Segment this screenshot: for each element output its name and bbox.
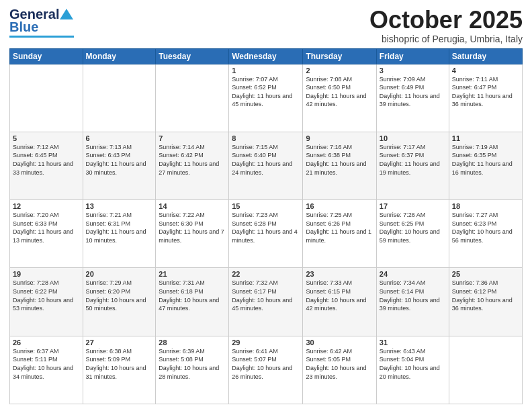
calendar-cell: 14Sunrise: 7:22 AM Sunset: 6:30 PM Dayli… <box>156 200 229 268</box>
day-number: 25 <box>452 270 519 278</box>
day-number: 22 <box>232 270 300 278</box>
day-info: Sunrise: 7:19 AM Sunset: 6:35 PM Dayligh… <box>452 143 519 177</box>
day-number: 23 <box>306 270 373 278</box>
calendar-cell: 31Sunrise: 6:43 AM Sunset: 5:04 PM Dayli… <box>376 336 449 404</box>
calendar-cell: 10Sunrise: 7:17 AM Sunset: 6:37 PM Dayli… <box>376 132 449 199</box>
day-number: 12 <box>13 202 80 210</box>
day-info: Sunrise: 6:39 AM Sunset: 5:08 PM Dayligh… <box>159 347 226 381</box>
day-info: Sunrise: 7:14 AM Sunset: 6:42 PM Dayligh… <box>159 143 226 177</box>
day-number: 28 <box>159 338 226 347</box>
calendar-week-3: 19Sunrise: 7:28 AM Sunset: 6:22 PM Dayli… <box>10 268 523 336</box>
day-info: Sunrise: 7:16 AM Sunset: 6:38 PM Dayligh… <box>306 143 373 177</box>
col-monday: Monday <box>83 48 156 64</box>
day-number: 10 <box>380 134 446 142</box>
day-number: 3 <box>380 66 446 75</box>
calendar-cell <box>83 64 156 132</box>
calendar-cell: 20Sunrise: 7:29 AM Sunset: 6:20 PM Dayli… <box>83 268 156 336</box>
day-info: Sunrise: 7:07 AM Sunset: 6:52 PM Dayligh… <box>232 75 300 109</box>
calendar-cell: 13Sunrise: 7:21 AM Sunset: 6:31 PM Dayli… <box>83 200 156 268</box>
calendar-cell: 7Sunrise: 7:14 AM Sunset: 6:42 PM Daylig… <box>156 132 229 199</box>
day-number: 9 <box>306 134 373 142</box>
day-number: 19 <box>13 270 80 278</box>
day-number: 2 <box>306 66 373 75</box>
calendar-week-0: 1Sunrise: 7:07 AM Sunset: 6:52 PM Daylig… <box>10 64 523 132</box>
day-info: Sunrise: 7:12 AM Sunset: 6:45 PM Dayligh… <box>13 143 80 177</box>
calendar-week-4: 26Sunrise: 6:37 AM Sunset: 5:11 PM Dayli… <box>10 336 523 404</box>
calendar-cell <box>156 64 229 132</box>
calendar-cell: 21Sunrise: 7:31 AM Sunset: 6:18 PM Dayli… <box>156 268 229 336</box>
logo-icon <box>59 7 74 22</box>
calendar-cell: 8Sunrise: 7:15 AM Sunset: 6:40 PM Daylig… <box>229 132 303 199</box>
calendar-cell: 6Sunrise: 7:13 AM Sunset: 6:43 PM Daylig… <box>83 132 156 199</box>
day-info: Sunrise: 7:22 AM Sunset: 6:30 PM Dayligh… <box>159 211 226 244</box>
day-number: 17 <box>380 202 446 210</box>
col-tuesday: Tuesday <box>156 48 229 64</box>
calendar-week-1: 5Sunrise: 7:12 AM Sunset: 6:45 PM Daylig… <box>10 132 523 199</box>
day-info: Sunrise: 7:27 AM Sunset: 6:23 PM Dayligh… <box>452 211 519 244</box>
col-friday: Friday <box>376 48 449 64</box>
day-info: Sunrise: 7:36 AM Sunset: 6:12 PM Dayligh… <box>452 279 519 312</box>
day-info: Sunrise: 7:26 AM Sunset: 6:25 PM Dayligh… <box>380 211 446 244</box>
day-number: 16 <box>306 202 373 210</box>
logo: General Blue <box>9 7 74 38</box>
day-number: 6 <box>86 134 153 142</box>
day-number: 13 <box>86 202 153 210</box>
calendar-cell: 1Sunrise: 7:07 AM Sunset: 6:52 PM Daylig… <box>229 64 303 132</box>
day-info: Sunrise: 6:38 AM Sunset: 5:09 PM Dayligh… <box>86 347 153 381</box>
day-info: Sunrise: 6:43 AM Sunset: 5:04 PM Dayligh… <box>380 347 446 381</box>
day-number: 31 <box>380 338 446 347</box>
day-info: Sunrise: 7:28 AM Sunset: 6:22 PM Dayligh… <box>13 279 80 312</box>
month-title: October 2025 <box>369 7 523 34</box>
col-sunday: Sunday <box>10 48 83 64</box>
day-info: Sunrise: 7:11 AM Sunset: 6:47 PM Dayligh… <box>452 75 519 109</box>
day-info: Sunrise: 7:15 AM Sunset: 6:40 PM Dayligh… <box>232 143 300 177</box>
day-number: 29 <box>232 338 300 347</box>
day-info: Sunrise: 7:31 AM Sunset: 6:18 PM Dayligh… <box>159 279 226 312</box>
calendar-cell: 11Sunrise: 7:19 AM Sunset: 6:35 PM Dayli… <box>449 132 522 199</box>
day-number: 18 <box>452 202 519 210</box>
day-number: 24 <box>380 270 446 278</box>
day-info: Sunrise: 7:32 AM Sunset: 6:17 PM Dayligh… <box>232 279 300 312</box>
day-number: 30 <box>306 338 373 347</box>
day-info: Sunrise: 7:29 AM Sunset: 6:20 PM Dayligh… <box>86 279 153 312</box>
calendar-cell: 12Sunrise: 7:20 AM Sunset: 6:33 PM Dayli… <box>10 200 83 268</box>
col-saturday: Saturday <box>449 48 522 64</box>
calendar-cell: 17Sunrise: 7:26 AM Sunset: 6:25 PM Dayli… <box>376 200 449 268</box>
calendar-cell: 27Sunrise: 6:38 AM Sunset: 5:09 PM Dayli… <box>83 336 156 404</box>
calendar-cell: 25Sunrise: 7:36 AM Sunset: 6:12 PM Dayli… <box>449 268 522 336</box>
calendar-cell: 5Sunrise: 7:12 AM Sunset: 6:45 PM Daylig… <box>10 132 83 199</box>
day-number: 1 <box>232 66 300 75</box>
day-info: Sunrise: 6:37 AM Sunset: 5:11 PM Dayligh… <box>13 347 80 381</box>
day-number: 27 <box>86 338 153 347</box>
day-info: Sunrise: 7:23 AM Sunset: 6:28 PM Dayligh… <box>232 211 300 244</box>
calendar-week-2: 12Sunrise: 7:20 AM Sunset: 6:33 PM Dayli… <box>10 200 523 268</box>
day-info: Sunrise: 7:21 AM Sunset: 6:31 PM Dayligh… <box>86 211 153 244</box>
calendar-cell: 28Sunrise: 6:39 AM Sunset: 5:08 PM Dayli… <box>156 336 229 404</box>
calendar-cell <box>10 64 83 132</box>
calendar-cell: 24Sunrise: 7:34 AM Sunset: 6:14 PM Dayli… <box>376 268 449 336</box>
title-block: October 2025 bishopric of Perugia, Umbri… <box>369 7 523 44</box>
day-number: 8 <box>232 134 300 142</box>
day-info: Sunrise: 6:41 AM Sunset: 5:07 PM Dayligh… <box>232 347 300 381</box>
calendar-cell <box>449 336 522 404</box>
day-info: Sunrise: 6:42 AM Sunset: 5:05 PM Dayligh… <box>306 347 373 381</box>
day-number: 11 <box>452 134 519 142</box>
calendar-cell: 16Sunrise: 7:25 AM Sunset: 6:26 PM Dayli… <box>303 200 376 268</box>
calendar-cell: 29Sunrise: 6:41 AM Sunset: 5:07 PM Dayli… <box>229 336 303 404</box>
day-number: 20 <box>86 270 153 278</box>
day-number: 26 <box>13 338 80 347</box>
calendar-cell: 23Sunrise: 7:33 AM Sunset: 6:15 PM Dayli… <box>303 268 376 336</box>
calendar-cell: 9Sunrise: 7:16 AM Sunset: 6:38 PM Daylig… <box>303 132 376 199</box>
calendar-cell: 2Sunrise: 7:08 AM Sunset: 6:50 PM Daylig… <box>303 64 376 132</box>
header: General Blue October 2025 bishopric of P… <box>9 7 523 44</box>
day-info: Sunrise: 7:08 AM Sunset: 6:50 PM Dayligh… <box>306 75 373 109</box>
calendar-cell: 22Sunrise: 7:32 AM Sunset: 6:17 PM Dayli… <box>229 268 303 336</box>
svg-marker-0 <box>60 9 73 19</box>
day-number: 7 <box>159 134 226 142</box>
day-number: 5 <box>13 134 80 142</box>
calendar-cell: 19Sunrise: 7:28 AM Sunset: 6:22 PM Dayli… <box>10 268 83 336</box>
calendar-cell: 4Sunrise: 7:11 AM Sunset: 6:47 PM Daylig… <box>449 64 522 132</box>
calendar-cell: 3Sunrise: 7:09 AM Sunset: 6:49 PM Daylig… <box>376 64 449 132</box>
day-info: Sunrise: 7:34 AM Sunset: 6:14 PM Dayligh… <box>380 279 446 312</box>
col-thursday: Thursday <box>303 48 376 64</box>
